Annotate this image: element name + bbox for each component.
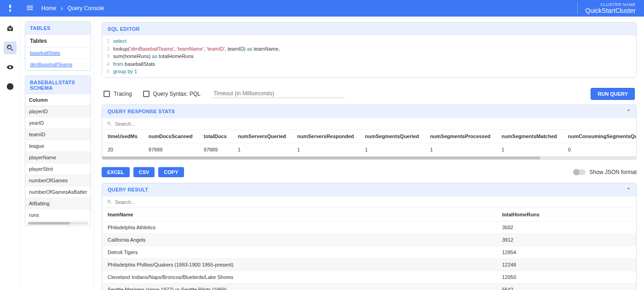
sql-editor-header: SQL EDITOR [102, 23, 636, 35]
schema-table-wrap[interactable]: Column Type playerIDSTRyearIDINTteamIDST… [25, 94, 91, 221]
query-controls: Tracing Query Syntax: PQL RUN QUERY [102, 83, 637, 104]
tables-subheader: Tables [25, 35, 91, 47]
json-toggle-label: Show JSON format [589, 169, 637, 175]
table-row: California Angels3912 [102, 233, 636, 246]
chevron-right-icon: › [61, 5, 63, 12]
stats-col[interactable]: numConsumingSegmentsQueried [563, 130, 636, 143]
cluster-info: CLUSTER NAME QuickStartCluster [577, 2, 638, 14]
left-sidebar: TABLES Tables baseballStatsdimBaseballTe… [20, 17, 94, 290]
table-row: numberOfGamesINT [25, 175, 91, 186]
table-row: playerIDSTR [25, 106, 91, 117]
syntax-label: Query Syntax: PQL [153, 91, 201, 97]
result-col[interactable]: totalHomeRuns [496, 208, 636, 221]
menu-icon[interactable] [26, 4, 34, 13]
stats-card: QUERY RESPONSE STATS ⌃ timeUsedMsnumDocs… [102, 104, 637, 160]
breadcrumb-page[interactable]: Query Console [68, 5, 104, 12]
breadcrumb-home[interactable]: Home [41, 5, 56, 12]
nav-icon-1[interactable] [4, 22, 17, 35]
table-row: 2097889978891111100195778false [102, 143, 636, 156]
table-row: numberOfGamesAsBatterINT [25, 186, 91, 198]
table-row: AtBattingINT [25, 198, 91, 209]
stats-col[interactable]: timeUsedMs [102, 130, 143, 143]
run-query-button[interactable]: RUN QUERY [591, 88, 635, 100]
table-row: Philadelphia Phillies/Quakers (1883-1900… [102, 258, 636, 271]
schema-scrollbar[interactable] [28, 222, 88, 225]
stats-col[interactable]: numSegmentsMatched [496, 130, 562, 143]
collapse-icon[interactable]: ⌃ [627, 109, 631, 115]
checkbox-icon [104, 91, 110, 97]
checkbox-icon [143, 91, 150, 97]
table-row: playerStintINT [25, 163, 91, 175]
tables-header: TABLES [25, 22, 91, 35]
result-table-wrap[interactable]: teamNametotalHomeRuns Philadelphia Athle… [102, 208, 636, 290]
table-row: Detroit Tigers12854 [102, 246, 636, 258]
schema-panel: BASEBALLSTATS SCHEMA Column Type playerI… [25, 75, 91, 226]
stats-col[interactable]: numServersQueried [232, 130, 292, 143]
collapse-icon[interactable]: ⌃ [627, 187, 631, 193]
main-content: SQL EDITOR 1select2 lookup('dimBaseballT… [94, 17, 644, 290]
stats-col[interactable]: numSegmentsProcessed [425, 130, 496, 143]
stats-header: QUERY RESPONSE STATS [108, 109, 175, 114]
table-row: Seattle Mariners (since 1977) or Seattle… [102, 283, 636, 290]
table-row: runsINT [25, 209, 91, 221]
table-row: leagueSTR [25, 140, 91, 152]
table-link[interactable]: baseballStats [25, 47, 91, 59]
app-logo [6, 4, 15, 13]
table-row: Philadelphia Athletics3502 [102, 221, 636, 233]
stats-col[interactable]: numServersResponded [292, 130, 359, 143]
nav-icon-3[interactable] [4, 61, 17, 74]
copy-button[interactable]: COPY [158, 167, 184, 177]
json-toggle[interactable]: Show JSON format [574, 169, 637, 175]
timeout-input[interactable] [212, 89, 345, 98]
cluster-name: QuickStartCluster [585, 7, 636, 14]
result-col[interactable]: teamName [102, 208, 496, 221]
stats-search-input[interactable] [115, 121, 632, 127]
stats-col[interactable]: numSegmentsQueried [360, 130, 425, 143]
table-row: playerNameSTR [25, 152, 91, 163]
excel-button[interactable]: EXCEL [102, 167, 130, 177]
result-search [102, 197, 636, 208]
breadcrumb: Home › Query Console [41, 5, 104, 12]
result-search-input[interactable] [115, 199, 632, 205]
result-header: QUERY RESULT [108, 187, 148, 192]
schema-col-column[interactable]: Column [25, 94, 91, 106]
table-row: Cleveland Indians/Naps/Broncos/Bluebirds… [102, 271, 636, 283]
sql-editor[interactable]: 1select2 lookup('dimBaseballTeams', 'tea… [102, 35, 636, 77]
svg-point-1 [9, 85, 12, 88]
sql-editor-card: SQL EDITOR 1select2 lookup('dimBaseballT… [102, 22, 637, 78]
export-row: EXCEL CSV COPY Show JSON format [102, 165, 637, 183]
table-row: teamIDSTR [25, 129, 91, 140]
stats-table-wrap[interactable]: timeUsedMsnumDocsScannedtotalDocsnumServ… [102, 130, 636, 157]
stats-col[interactable]: numDocsScanned [143, 130, 198, 143]
toggle-switch-icon [574, 169, 586, 175]
table-row: yearIDINT [25, 117, 91, 129]
tables-panel: TABLES Tables baseballStatsdimBaseballTe… [25, 21, 91, 71]
stats-scrollbar[interactable] [102, 157, 636, 159]
result-card: QUERY RESULT ⌃ teamNametotalHomeRuns Phi… [102, 183, 637, 290]
search-icon [107, 199, 112, 205]
csv-button[interactable]: CSV [133, 167, 155, 177]
schema-header: BASEBALLSTATS SCHEMA [25, 76, 91, 94]
icon-sidebar [0, 17, 20, 290]
cluster-label: CLUSTER NAME [585, 2, 636, 7]
app-header: Home › Query Console CLUSTER NAME QuickS… [0, 0, 644, 17]
table-link[interactable]: dimBaseballTeams [25, 59, 91, 70]
search-icon [107, 121, 112, 127]
tracing-checkbox[interactable]: Tracing [104, 91, 132, 97]
stats-search [102, 118, 636, 130]
stats-col[interactable]: totalDocs [198, 130, 232, 143]
tracing-label: Tracing [114, 91, 132, 97]
syntax-checkbox[interactable]: Query Syntax: PQL [143, 91, 201, 97]
nav-icon-query[interactable] [4, 41, 17, 54]
nav-icon-4[interactable] [4, 80, 17, 93]
